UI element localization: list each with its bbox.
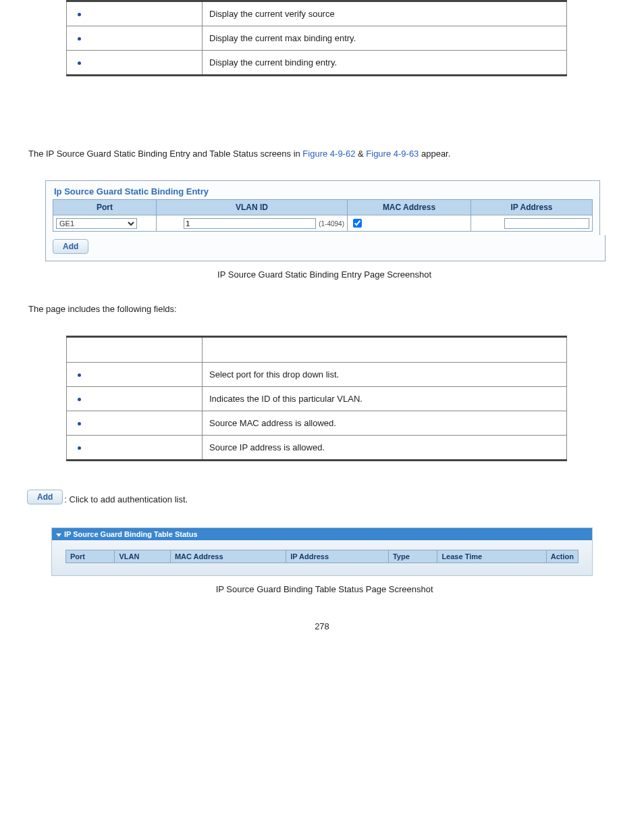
figure-link-1[interactable]: Figure 4-9-62 [302,149,355,159]
figure-link-2[interactable]: Figure 4-9-63 [366,149,419,159]
table-row: Indicates the ID of this particular VLAN… [67,387,567,411]
figure-caption-2: IP Source Guard Binding Table Status Pag… [213,584,433,594]
figure-caption-1: IP Source Guard Static Binding Entry Pag… [215,269,432,280]
cell-desc: Indicates the ID of this particular VLAN… [203,387,567,411]
col-port: Port [66,550,115,563]
bullet-icon [78,37,81,41]
bullet-icon [78,422,81,425]
bullet-icon [78,373,81,377]
bullet-icon [78,13,81,16]
intro-amp: & [355,149,366,159]
cell-desc: Display the current max binding entry. [203,26,567,51]
status-panel-title: IP Source Guard Binding Table Status [64,530,198,538]
col-port: Port [53,200,157,215]
col-mac: MAC Address [170,550,286,563]
bullet-icon [78,61,81,65]
bullet-icon [78,446,81,450]
mac-checkbox[interactable] [353,219,362,228]
add-button[interactable]: Add [53,239,88,254]
binding-status-panel: IP Source Guard Binding Table Status Por… [51,527,593,576]
col-ip: IP Address [471,200,593,215]
status-panel-header[interactable]: IP Source Guard Binding Table Status [52,528,592,540]
cell-desc: Display the current verify source [203,1,567,26]
ip-input[interactable] [504,218,589,229]
col-ip: IP Address [286,550,389,563]
cell-desc: Source IP address is allowed. [203,436,567,461]
binding-entry-table: Port VLAN ID MAC Address IP Address GE1 … [53,199,593,232]
table-row: Select port for this drop down list. [67,363,567,387]
fields-intro: The page includes the following fields: [28,304,617,314]
col-type: Type [388,550,437,563]
cell-desc: Source MAC address is allowed. [203,411,567,436]
col-action: Action [546,550,578,563]
verify-info-table: Display the current verify source Displa… [66,0,567,76]
header-row [67,337,567,363]
vlan-input[interactable] [184,218,316,229]
vlan-range-label: (1-4094) [319,220,344,228]
port-select[interactable]: GE1 [56,218,137,229]
panel-title: Ip Source Guard Static Binding Entry [53,185,593,199]
table-row: Display the current max binding entry. [67,26,567,51]
table-row: Source IP address is allowed. [67,436,567,461]
bullet-icon [78,398,81,401]
intro-prefix: The IP Source Guard Static Binding Entry… [28,149,302,159]
status-table: Port VLAN MAC Address IP Address Type Le… [65,550,579,563]
chevron-down-icon [56,533,61,537]
col-mac: MAC Address [348,200,471,215]
col-vlan: VLAN [115,550,170,563]
intro-suffix: appear. [419,149,450,159]
table-row: Display the current binding entry. [67,51,567,76]
section-heading [27,117,617,127]
cell-desc: Display the current binding entry. [203,51,567,76]
add-button-inline[interactable]: Add [27,490,63,504]
table-row: Source MAC address is allowed. [67,411,567,436]
cell-desc: Select port for this drop down list. [203,363,567,387]
intro-text: The IP Source Guard Static Binding Entry… [28,149,617,159]
binding-entry-panel: Ip Source Guard Static Binding Entry Por… [45,180,600,236]
col-vlan: VLAN ID [157,200,348,215]
add-desc-text: : Click to add authentication list. [64,494,188,504]
col-lease: Lease Time [437,550,546,563]
page-number: 278 [27,621,617,631]
table-row: Display the current verify source [67,1,567,26]
fields-table: Select port for this drop down list. Ind… [66,336,567,461]
